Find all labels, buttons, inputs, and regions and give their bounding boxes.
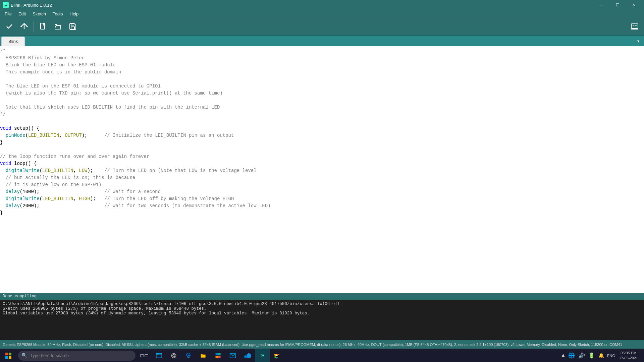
taskbar-file-explorer-button[interactable] <box>196 349 211 362</box>
tray-notification-icon[interactable]: 🔔 <box>597 353 605 358</box>
code-line: This example code is in the public domai… <box>0 69 644 76</box>
taskbar-time: 05:05 PM <box>621 351 636 355</box>
tray-battery-icon[interactable]: 🔋 <box>587 352 596 359</box>
save-button[interactable] <box>66 20 79 33</box>
code-line: (which is also the TXD pin; so we cannot… <box>0 90 644 97</box>
open-button[interactable] <box>51 20 65 33</box>
taskbar-edge-button[interactable] <box>181 349 196 362</box>
svg-point-17 <box>158 354 159 354</box>
toolbar <box>0 18 644 36</box>
svg-point-18 <box>171 353 176 358</box>
svg-rect-13 <box>5 356 8 358</box>
done-compiling-label: Done compiling <box>0 293 644 300</box>
menu-help[interactable]: Help <box>66 11 82 17</box>
taskbar-language[interactable]: ENG <box>605 349 617 362</box>
toolbar-separator <box>34 21 34 32</box>
search-icon: 🔍 <box>21 353 27 358</box>
tab-bar: Blink ▾ <box>0 36 644 46</box>
tray-network-icon[interactable]: 🌐 <box>567 352 576 359</box>
taskbar-cortana-button[interactable] <box>166 349 181 362</box>
toolbar-right <box>628 20 641 33</box>
code-line: delay(2000); // Wait for two seconds (to… <box>0 202 644 209</box>
code-line: digitalWrite(LED_BUILTIN, LOW); // Turn … <box>0 167 644 174</box>
svg-point-16 <box>157 354 158 354</box>
search-wrapper[interactable]: 🔍 <box>18 351 136 361</box>
minimize-button[interactable]: — <box>594 0 609 10</box>
code-line <box>0 146 644 153</box>
svg-rect-22 <box>216 356 218 358</box>
title-bar: ∞ Blink | Arduino 1.8.12 — ☐ ✕ <box>0 0 644 10</box>
code-line: } <box>0 139 644 146</box>
start-button[interactable] <box>0 349 17 362</box>
code-line: // the loop function runs over and over … <box>0 153 644 160</box>
task-view-button[interactable] <box>137 349 152 362</box>
svg-rect-12 <box>9 353 11 355</box>
tray-expand-button[interactable]: ▲ <box>560 353 566 359</box>
menu-bar: File Edit Sketch Tools Help <box>0 10 644 18</box>
window-title: Blink | Arduino 1.8.12 <box>11 3 594 8</box>
app-icon: ∞ <box>3 2 9 8</box>
code-line: ESP8266 Blink by Simon Peter <box>0 55 644 62</box>
close-button[interactable]: ✕ <box>626 0 641 10</box>
window-controls: — ☐ ✕ <box>594 0 641 10</box>
taskbar-chrome-button[interactable] <box>270 349 284 362</box>
code-line: Note that this sketch uses LED_BUILTIN t… <box>0 104 644 111</box>
taskbar-explorer-button[interactable] <box>152 349 166 362</box>
console-line-2: Global variables use 27980 bytes (34%) o… <box>3 311 641 316</box>
taskbar-store-button[interactable] <box>211 349 225 362</box>
menu-tools[interactable]: Tools <box>49 11 66 17</box>
svg-rect-23 <box>218 356 221 358</box>
menu-sketch[interactable]: Sketch <box>29 11 49 17</box>
console-line-0: C:\Users\ANIT\AppData\Local\Arduino15\pa… <box>3 302 641 306</box>
taskbar-arduino-button[interactable]: ∞ <box>255 349 270 362</box>
taskbar-mail-button[interactable] <box>225 349 240 362</box>
svg-rect-20 <box>216 353 218 355</box>
menu-edit[interactable]: Edit <box>15 11 29 17</box>
svg-rect-15 <box>156 353 162 358</box>
code-line: The blue LED on the ESP-01 module is con… <box>0 83 644 90</box>
console-output: C:\Users\ANIT\AppData\Local\Arduino15\pa… <box>0 300 644 340</box>
new-button[interactable] <box>37 20 50 33</box>
taskbar-onedrive-button[interactable] <box>240 349 255 362</box>
code-line: } <box>0 209 644 217</box>
code-line: Blink the blue LED on the ESP-01 module <box>0 62 644 69</box>
code-line <box>0 76 644 83</box>
code-line: delay(1000); // Wait for a second <box>0 188 644 195</box>
tray-icons: ▲ 🌐 🔊 🔋 🔔 <box>560 352 605 359</box>
menu-file[interactable]: File <box>1 11 15 17</box>
taskbar-datetime[interactable]: 05:05 PM 17-05-2021 <box>617 349 640 362</box>
code-line: /* <box>0 48 644 55</box>
maximize-button[interactable]: ☐ <box>610 0 625 10</box>
svg-rect-21 <box>218 353 221 355</box>
serial-monitor-button[interactable] <box>628 20 641 33</box>
code-editor[interactable]: /* ESP8266 Blink by Simon Peter Blink th… <box>0 46 644 293</box>
code-line: void loop() { <box>0 160 644 167</box>
code-line: */ <box>0 111 644 118</box>
tab-blink[interactable]: Blink <box>1 37 25 46</box>
code-line: digitalWrite(LED_BUILTIN, HIGH); // Turn… <box>0 195 644 202</box>
code-line: void setup() { <box>0 125 644 132</box>
tab-dropdown-button[interactable]: ▾ <box>634 37 643 46</box>
console-line-1: Sketch uses 260905 bytes (27%) of progra… <box>3 306 641 311</box>
show-desktop-button[interactable] <box>640 349 643 362</box>
search-input[interactable] <box>18 351 136 361</box>
status-text: Generic ESP8266 Module, 80 MHz, Flash, D… <box>3 343 622 347</box>
code-line <box>0 118 644 125</box>
taskbar: 🔍 <box>0 349 644 362</box>
code-line: // it is active low on the ESP-01) <box>0 181 644 188</box>
code-line: pinMode(LED_BUILTIN, OUTPUT); // Initial… <box>0 132 644 139</box>
status-bar: Generic ESP8266 Module, 80 MHz, Flash, D… <box>0 340 644 349</box>
taskbar-date: 17-05-2021 <box>619 356 638 360</box>
code-line: // but actually the LED is on; this is b… <box>0 174 644 181</box>
svg-rect-14 <box>9 356 11 358</box>
taskbar-tray: ▲ 🌐 🔊 🔋 🔔 ENG 05:05 PM 17-05-2021 <box>560 349 644 362</box>
verify-button[interactable] <box>3 20 16 33</box>
upload-button[interactable] <box>17 20 31 33</box>
tray-volume-icon[interactable]: 🔊 <box>577 352 586 359</box>
code-line <box>0 97 644 104</box>
svg-rect-11 <box>5 353 8 355</box>
svg-point-19 <box>173 354 175 357</box>
